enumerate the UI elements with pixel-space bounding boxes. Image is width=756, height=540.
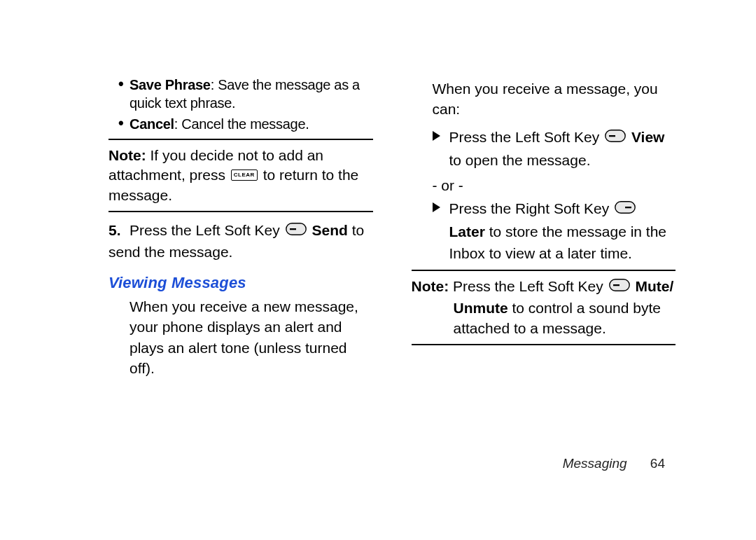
item-action: View: [631, 129, 664, 145]
option-label: Save Phrase: [130, 77, 211, 92]
item-pre: Press the Right Soft Key: [449, 200, 610, 216]
note-action1: Mute/: [635, 278, 673, 294]
list-item: Save Phrase: Save the message as a quick…: [108, 76, 373, 112]
intro-paragraph: When you receive a new message, your pho…: [108, 296, 373, 379]
svg-rect-3: [609, 135, 615, 137]
step-action: Send: [312, 222, 347, 238]
note-pre: Press the Left Soft Key: [453, 278, 603, 294]
list-item: Press the Right Soft Key Later to store …: [433, 198, 676, 264]
note-continuation: Unmute to control a sound byte attached …: [412, 298, 676, 338]
manual-page: Save Phrase: Save the message as a quick…: [0, 0, 756, 540]
item-action: Later: [449, 223, 485, 240]
step-5: 5.Press the Left Soft Key Send to send t…: [108, 221, 373, 263]
right-column: When you receive a message, you can: Pre…: [412, 76, 676, 385]
list-item: Press the Left Soft Key View to open the…: [433, 127, 676, 172]
svg-rect-7: [613, 284, 620, 286]
divider: [412, 270, 676, 271]
clear-key-icon: CLEAR: [231, 169, 258, 181]
right-intro: When you receive a message, you can:: [412, 78, 676, 120]
note-label: Note:: [108, 147, 146, 163]
triangle-bullet-icon: [433, 131, 440, 141]
right-softkey-icon: [615, 198, 636, 219]
item-post: to open the message.: [449, 152, 591, 168]
step-number: 5.: [108, 221, 130, 240]
triangle-bullet-icon: [433, 202, 440, 212]
option-label: Cancel: [130, 116, 174, 132]
option-text: : Cancel the message.: [174, 116, 309, 132]
footer-section: Messaging: [563, 456, 627, 471]
page-footer: Messaging 64: [563, 456, 665, 471]
options-bullets: Save Phrase: Save the message as a quick…: [108, 76, 373, 133]
divider: [108, 211, 373, 212]
note-block: Note: If you decide not to add an attach…: [108, 146, 373, 205]
divider: [108, 139, 373, 140]
left-softkey-icon: [609, 277, 630, 296]
section-heading: Viewing Messages: [108, 274, 373, 292]
item-pre: Press the Left Soft Key: [449, 129, 600, 145]
note-block: Note: Press the Left Soft Key Mute/ Unmu…: [412, 277, 676, 338]
action-list: Press the Right Soft Key Later to store …: [412, 198, 676, 264]
left-column: Save Phrase: Save the message as a quick…: [108, 76, 373, 385]
svg-rect-1: [290, 228, 296, 230]
action-list: Press the Left Soft Key View to open the…: [412, 127, 676, 172]
divider: [412, 344, 676, 345]
two-column-layout: Save Phrase: Save the message as a quick…: [108, 76, 676, 385]
note-action2: Unmute: [454, 300, 508, 316]
step-pre: Press the Left Soft Key: [130, 222, 280, 238]
list-item: Cancel: Cancel the message.: [108, 115, 373, 133]
page-number: 64: [650, 456, 665, 471]
left-softkey-icon: [286, 221, 307, 240]
svg-rect-5: [625, 207, 631, 208]
left-softkey-icon: [605, 127, 626, 148]
or-divider: - or -: [433, 177, 676, 194]
note-label: Note:: [412, 278, 449, 294]
